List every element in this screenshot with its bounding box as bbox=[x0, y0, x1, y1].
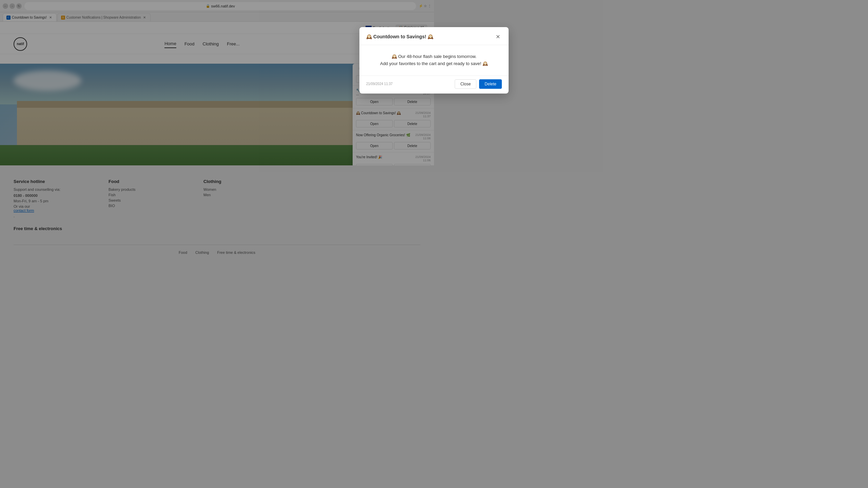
modal-footer: 21/09/2024 11:37 Close Delete bbox=[359, 76, 434, 94]
modal-line2: Add your favorites to the cart and get r… bbox=[366, 60, 434, 67]
page-wrapper: English ▼ 📋 Catalogue #1 natif Home Food… bbox=[0, 22, 434, 261]
modal-timestamp: 21/09/2024 11:37 bbox=[366, 82, 393, 86]
modal-overlay[interactable]: 🕰️ Countdown to Savings! 🕰️ ✕ 🕰️ Our 48-… bbox=[0, 0, 434, 261]
modal-line1: 🕰️ Our 48-hour flash sale begins tomorro… bbox=[366, 53, 434, 60]
modal-dialog: 🕰️ Countdown to Savings! 🕰️ ✕ 🕰️ Our 48-… bbox=[359, 27, 434, 94]
modal-body: 🕰️ Our 48-hour flash sale begins tomorro… bbox=[359, 45, 434, 76]
modal-title: 🕰️ Countdown to Savings! 🕰️ bbox=[366, 34, 433, 39]
modal-header: 🕰️ Countdown to Savings! 🕰️ ✕ bbox=[359, 27, 434, 45]
